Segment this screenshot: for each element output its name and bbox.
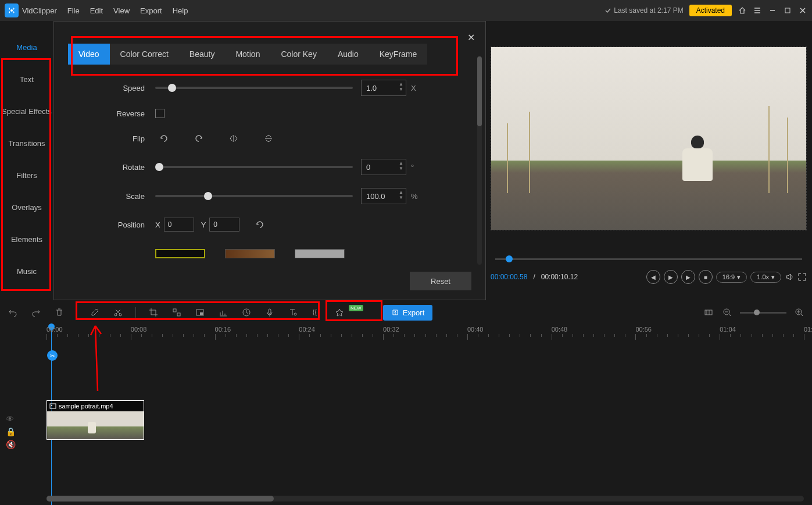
ruler-mark: 00:32: [383, 326, 399, 333]
sidebar-text[interactable]: Text: [0, 63, 53, 95]
edit-icon[interactable]: [89, 307, 101, 318]
rotate-ccw-icon[interactable]: [155, 131, 173, 146]
flip-horizontal-icon[interactable]: [225, 131, 242, 146]
undo-icon[interactable]: [7, 307, 19, 318]
sidebar-media[interactable]: Media: [0, 31, 53, 63]
aspect-ratio-selector[interactable]: 16:9 ▾: [716, 272, 747, 283]
scale-input[interactable]: 100.0▲▼: [361, 188, 406, 204]
delete-icon[interactable]: [53, 307, 65, 318]
speed-slider[interactable]: [155, 87, 353, 89]
rotate-cw-icon[interactable]: [190, 131, 208, 146]
timeline-clip[interactable]: sample potrait.mp4: [46, 400, 144, 440]
timeline-scrollbar[interactable]: [46, 496, 804, 502]
speed-input[interactable]: 1.0▲▼: [361, 80, 406, 96]
pos-x-input[interactable]: [164, 218, 194, 232]
menu-export[interactable]: Export: [140, 6, 162, 15]
speed-label: Speed: [91, 84, 155, 93]
minimize-icon[interactable]: [768, 6, 777, 15]
ai-icon[interactable]: [334, 307, 345, 318]
tab-video[interactable]: Video: [68, 44, 110, 65]
timeline-ruler[interactable]: ✂ 00:0000:0800:1600:2400:3200:4000:4800:…: [46, 326, 804, 341]
reverse-label: Reverse: [91, 109, 155, 118]
menu-file[interactable]: File: [67, 6, 80, 15]
voiceover-icon[interactable]: [264, 307, 276, 318]
track-lock-icon[interactable]: 🔒: [6, 427, 16, 436]
bg-swatch-black[interactable]: [155, 249, 205, 258]
tab-color-key[interactable]: Color Key: [270, 44, 327, 65]
rotate-slider[interactable]: [155, 166, 353, 168]
dialog-tabs: Video Color Correct Beauty Motion Color …: [68, 44, 471, 65]
volume-icon[interactable]: [785, 272, 794, 282]
close-icon[interactable]: [798, 6, 807, 15]
tab-motion[interactable]: Motion: [225, 44, 270, 65]
play-button[interactable]: ▶: [664, 270, 678, 284]
sidebar-elements[interactable]: Elements: [0, 223, 53, 255]
svg-point-10: [294, 313, 296, 315]
split-icon[interactable]: [112, 307, 124, 318]
bg-swatch-blur[interactable]: [225, 249, 275, 258]
menu-view[interactable]: View: [113, 6, 130, 15]
split-marker-icon[interactable]: ✂: [47, 350, 58, 361]
timeline-area: NEW Export ✂ 00:0000:0800:1600:2400:3200…: [0, 301, 812, 505]
tab-beauty[interactable]: Beauty: [179, 44, 226, 65]
dialog-close-icon[interactable]: ✕: [467, 32, 475, 43]
menu-help[interactable]: Help: [173, 6, 188, 15]
app-logo: [5, 3, 19, 17]
export-button[interactable]: Export: [383, 305, 433, 321]
fullscreen-icon[interactable]: [797, 272, 807, 282]
activated-badge[interactable]: Activated: [689, 5, 732, 16]
speech-to-text-icon[interactable]: [310, 307, 322, 318]
maximize-icon[interactable]: [783, 6, 792, 15]
tab-audio[interactable]: Audio: [327, 44, 369, 65]
flip-label: Flip: [91, 134, 155, 143]
crop-icon[interactable]: [148, 307, 159, 318]
reverse-checkbox[interactable]: [155, 109, 164, 118]
reset-button[interactable]: Reset: [410, 272, 471, 290]
sidebar-transitions[interactable]: Transitions: [0, 127, 53, 159]
svg-rect-4: [173, 309, 176, 312]
pos-y-input[interactable]: [209, 218, 239, 232]
tab-color-correct[interactable]: Color Correct: [110, 44, 179, 65]
time-total: 00:00:10.12: [541, 273, 578, 281]
preview-seek[interactable]: [495, 250, 802, 262]
menu-edit[interactable]: Edit: [90, 6, 103, 15]
time-sep: /: [533, 273, 535, 281]
prev-frame-button[interactable]: ◀: [646, 270, 660, 284]
hamburger-icon[interactable]: [753, 6, 762, 15]
zoom-in-icon[interactable]: [793, 307, 805, 318]
track-visibility-icon[interactable]: 👁: [6, 414, 16, 424]
ruler-mark: 00:56: [635, 326, 652, 333]
chart-icon[interactable]: [217, 307, 229, 318]
track-mute-icon[interactable]: 🔇: [6, 440, 16, 449]
next-frame-button[interactable]: ▶: [681, 270, 695, 284]
timeline-view-icon[interactable]: [703, 307, 714, 318]
svg-rect-5: [177, 313, 180, 316]
sidebar-filters[interactable]: Filters: [0, 159, 53, 191]
scale-slider[interactable]: [155, 195, 353, 197]
svg-point-15: [51, 405, 52, 406]
flip-vertical-icon[interactable]: [260, 131, 277, 146]
pos-y-label: Y: [201, 221, 206, 229]
sidebar-overlays[interactable]: Overlays: [0, 191, 53, 223]
rotate-input[interactable]: 0▲▼: [361, 159, 406, 175]
preview-video[interactable]: [491, 47, 807, 230]
timeline-toolbar: NEW Export: [0, 301, 812, 323]
sidebar-music[interactable]: Music: [0, 255, 53, 287]
dialog-scrollbar[interactable]: [477, 56, 482, 265]
ruler-mark: 00:24: [299, 326, 315, 333]
tab-keyframe[interactable]: KeyFrame: [369, 44, 428, 65]
mosaic-icon[interactable]: [171, 307, 183, 318]
redo-icon[interactable]: [30, 307, 42, 318]
duration-icon[interactable]: [241, 307, 252, 318]
reset-position-icon[interactable]: [251, 217, 269, 232]
zoom-out-icon[interactable]: [721, 307, 733, 318]
timeline-zoom-slider[interactable]: [740, 312, 786, 314]
pip-icon[interactable]: [194, 307, 206, 318]
stop-button[interactable]: ■: [699, 270, 713, 284]
sidebar-special-effects[interactable]: Special Effects: [0, 95, 53, 127]
text-to-speech-icon[interactable]: [287, 307, 299, 318]
time-current: 00:00:00.58: [491, 273, 527, 281]
preview-zoom-selector[interactable]: 1.0x ▾: [750, 272, 781, 283]
home-icon[interactable]: [738, 6, 747, 15]
bg-swatch-white[interactable]: [295, 249, 345, 258]
